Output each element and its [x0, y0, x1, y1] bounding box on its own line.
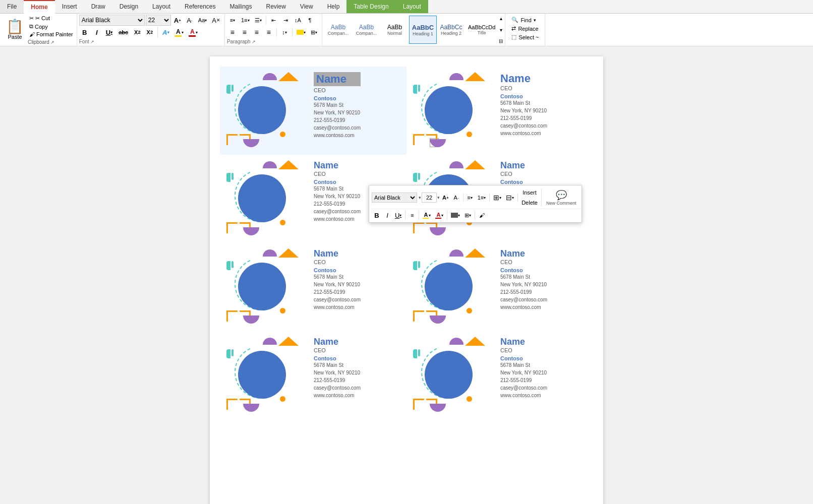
style-title[interactable]: AaBbCcDd Title — [466, 16, 498, 44]
float-delete-button[interactable]: Delete — [519, 198, 540, 208]
style-company2[interactable]: AaBb Compan... — [353, 16, 380, 44]
deco7-semicircle-top — [263, 338, 277, 345]
card-6-company: Contoso — [500, 267, 547, 273]
card-4-title: CEO — [500, 171, 547, 177]
tab-table-design[interactable]: Table Design — [346, 0, 395, 13]
card-3-company: Contoso — [314, 179, 361, 185]
deco5-semicircle-bottom — [243, 316, 259, 324]
tab-mailings[interactable]: Mailings — [222, 0, 259, 13]
font-color-button[interactable]: A ▾ — [187, 27, 200, 38]
find-button[interactable]: 🔍 Find ▾ — [509, 16, 541, 24]
float-italic-button[interactable]: I — [382, 210, 392, 220]
float-borders-button[interactable]: ⊞▾ — [462, 210, 473, 220]
float-align-center-button[interactable]: ≡ — [407, 210, 417, 220]
borders-button[interactable]: ⊞▾ — [309, 27, 320, 38]
paste-button[interactable]: 📋 Paste — [2, 15, 28, 45]
card-1-content: Name CEO Contoso 5678 Main StNew York, N… — [311, 72, 361, 149]
clear-formatting-button[interactable]: A✕ — [210, 15, 222, 26]
select-button[interactable]: ⬚ Select ~ — [509, 33, 541, 41]
highlight-button[interactable]: A ▾ — [172, 27, 186, 38]
align-left-button[interactable]: ≡ — [227, 27, 238, 38]
business-card-5[interactable]: Name CEO Contoso 5678 Main StNew York, N… — [220, 243, 406, 331]
business-card-1[interactable]: Name CEO Contoso 5678 Main StNew York, N… — [220, 67, 406, 155]
font-group-label[interactable]: Font ↗ — [79, 39, 222, 44]
float-bullets-button[interactable]: ≡▾ — [465, 193, 475, 203]
style-heading2[interactable]: AaBbCc Heading 2 — [437, 16, 465, 44]
float-underline-button[interactable]: U▾ — [393, 210, 403, 220]
bullets-button[interactable]: ≡▾ — [227, 15, 238, 26]
float-table-grid-button[interactable]: ⊞▾ — [491, 193, 503, 203]
float-insert-button[interactable]: Insert — [520, 187, 539, 198]
business-card-6[interactable]: Name CEO Contoso 5678 Main StNew York, N… — [406, 243, 593, 331]
float-font-select[interactable]: Arial Black — [372, 193, 417, 203]
float-shading-button[interactable]: ▾ — [449, 210, 462, 220]
paragraph-group-label[interactable]: Paragraph ↗ — [227, 39, 320, 44]
tab-draw[interactable]: Draw — [84, 0, 112, 13]
style-company2-label: Compan... — [356, 31, 377, 36]
float-bold-button[interactable]: B — [372, 210, 382, 220]
text-effects-button[interactable]: A▾ — [160, 27, 171, 38]
deco7-bar2 — [231, 349, 234, 356]
tab-file[interactable]: File — [0, 0, 24, 13]
paragraph-group: ≡▾ 1≡▾ ☰▾ ⇤ ⇥ ↕A ¶ ≡ ≡ ≡ ≡ ↕▾ — [225, 14, 322, 46]
float-new-comment-button[interactable]: 💬 New Comment — [543, 188, 579, 207]
business-card-2[interactable]: Name CEO Contoso 5678 Main StNew York, N… — [406, 67, 593, 155]
style-company1[interactable]: AaBb Compan... — [324, 16, 352, 44]
business-card-8[interactable]: Name CEO Contoso 5678 Main StNew York, N… — [406, 331, 593, 419]
business-card-7[interactable]: Name CEO Contoso 5678 Main StNew York, N… — [220, 331, 406, 419]
align-right-button[interactable]: ≡ — [251, 27, 262, 38]
styles-scroll-up[interactable]: ▴ — [499, 16, 503, 21]
clipboard-expand[interactable]: Clipboard ↗ — [28, 39, 75, 45]
show-marks-button[interactable]: ¶ — [305, 15, 316, 26]
font-name-select[interactable]: Arial Black Arial Times New Roman Calibr… — [79, 15, 145, 26]
numbering-button[interactable]: 1≡▾ — [239, 15, 252, 26]
tab-insert[interactable]: Insert — [55, 0, 84, 13]
line-spacing-button[interactable]: ↕▾ — [279, 27, 290, 38]
tab-home[interactable]: Home — [24, 0, 54, 14]
format-painter-button[interactable]: 🖌 Format Painter — [28, 31, 75, 38]
style-heading1[interactable]: AaBbC Heading 1 — [409, 16, 437, 44]
tab-review[interactable]: Review — [259, 0, 293, 13]
shading-button[interactable]: ▾ — [295, 27, 308, 38]
underline-button[interactable]: U▾ — [103, 27, 115, 38]
float-table-props-button[interactable]: ⊟▾ — [504, 193, 516, 203]
change-case-button[interactable]: Aa▾ — [196, 15, 209, 26]
tab-layout2[interactable]: Layout — [396, 0, 428, 13]
increase-indent-button[interactable]: ⇥ — [280, 15, 292, 26]
subscript-button[interactable]: X2 — [132, 27, 143, 38]
superscript-button[interactable]: X2 — [144, 27, 155, 38]
tab-view[interactable]: View — [293, 0, 320, 13]
decrease-indent-button[interactable]: ⇤ — [268, 15, 279, 26]
float-highlight-button[interactable]: A ▾ — [421, 210, 433, 220]
float-eraser-button[interactable]: 🖌 — [477, 210, 487, 220]
font-shrink-button[interactable]: A- — [184, 15, 195, 26]
float-grow-button[interactable]: A+ — [440, 193, 451, 203]
float-numbering-button[interactable]: 1≡▾ — [476, 193, 488, 203]
deco5-arrow-tl — [278, 248, 288, 258]
tab-design[interactable]: Design — [112, 0, 145, 13]
font-group-expand-icon: ↗ — [90, 39, 94, 44]
replace-button[interactable]: ⇄ Replace — [509, 24, 541, 33]
find-chevron-icon: ▾ — [534, 18, 536, 23]
font-grow-button[interactable]: A+ — [172, 15, 183, 26]
float-font-color-button[interactable]: A ▾ — [433, 210, 445, 220]
style-normal[interactable]: AaBb Normal — [381, 16, 409, 44]
bold-button[interactable]: B — [79, 27, 90, 38]
float-shrink-button[interactable]: A- — [451, 193, 461, 203]
multilevel-button[interactable]: ☰▾ — [253, 15, 264, 26]
font-size-select[interactable]: 22 891011 12141618 20242836 — [146, 15, 171, 26]
styles-scroll-down[interactable]: ▾ — [499, 27, 503, 33]
justify-button[interactable]: ≡ — [263, 27, 274, 38]
align-center-button[interactable]: ≡ — [239, 27, 250, 38]
cut-button[interactable]: ✂ ✂ Cut — [28, 15, 75, 22]
tab-layout[interactable]: Layout — [145, 0, 178, 13]
copy-button[interactable]: ⧉ Copy — [28, 23, 75, 30]
tab-help[interactable]: Help — [320, 0, 347, 13]
float-insert-delete-group: Insert Delete — [519, 187, 540, 208]
italic-button[interactable]: I — [91, 27, 102, 38]
sort-button[interactable]: ↕A — [293, 15, 304, 26]
styles-expand[interactable]: ⊟ — [499, 38, 503, 44]
float-font-size-input[interactable] — [422, 193, 437, 203]
tab-references[interactable]: References — [178, 0, 222, 13]
strikethrough-button[interactable]: abc — [116, 27, 131, 38]
